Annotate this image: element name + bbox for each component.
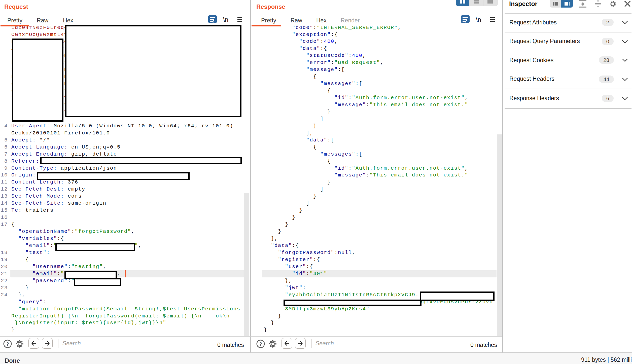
svg-text:?: ? [259, 341, 262, 347]
svg-text:?: ? [6, 341, 9, 347]
